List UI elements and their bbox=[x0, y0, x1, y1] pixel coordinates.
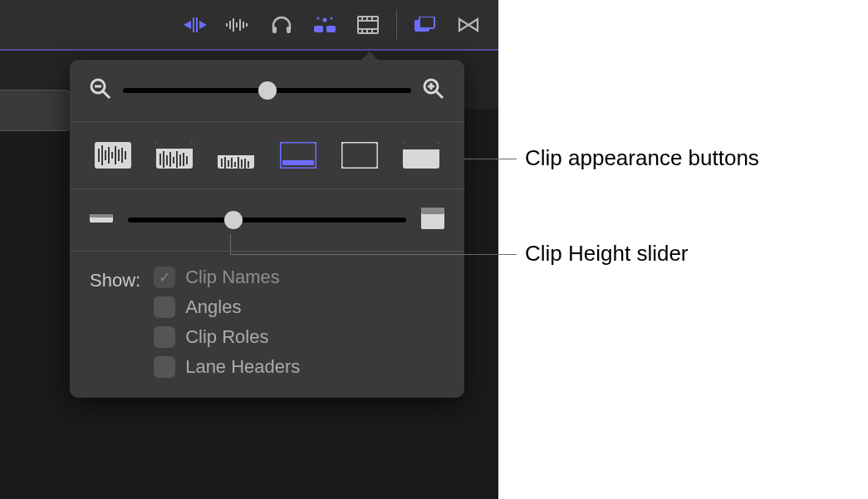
clip-height-small-icon bbox=[90, 211, 113, 229]
svg-rect-0 bbox=[193, 17, 194, 32]
show-angles-row: Angles bbox=[154, 296, 300, 318]
annotation-line-appearance bbox=[463, 159, 517, 159]
annotation-height-text: Clip Height slider bbox=[525, 241, 689, 267]
svg-rect-70 bbox=[341, 142, 378, 169]
svg-rect-50 bbox=[169, 152, 171, 167]
svg-rect-8 bbox=[246, 23, 248, 27]
svg-point-12 bbox=[317, 17, 320, 20]
bowtie-icon[interactable] bbox=[449, 8, 488, 42]
svg-rect-38 bbox=[108, 147, 110, 164]
svg-rect-58 bbox=[218, 142, 254, 155]
headphones-icon[interactable] bbox=[262, 8, 302, 42]
svg-rect-35 bbox=[98, 149, 100, 162]
annotation-leader-height bbox=[230, 234, 231, 254]
svg-rect-2 bbox=[226, 23, 228, 27]
svg-rect-10 bbox=[287, 27, 291, 33]
svg-rect-49 bbox=[166, 155, 168, 165]
show-clip-names-label: Clip Names bbox=[185, 267, 280, 288]
svg-rect-59 bbox=[221, 159, 223, 167]
svg-rect-1 bbox=[196, 17, 198, 32]
zoom-in-icon[interactable] bbox=[423, 78, 444, 103]
svg-rect-36 bbox=[101, 145, 103, 165]
svg-rect-53 bbox=[179, 154, 181, 166]
annotation-line-height bbox=[230, 254, 517, 255]
svg-rect-62 bbox=[231, 158, 233, 168]
clip-appearance-popover: Show: Clip Names Angles Clip Roles Lane … bbox=[70, 60, 464, 398]
zoom-slider[interactable] bbox=[123, 82, 411, 99]
show-angles-label: Angles bbox=[185, 296, 241, 318]
svg-rect-41 bbox=[118, 149, 120, 161]
svg-rect-4 bbox=[233, 18, 234, 32]
svg-rect-7 bbox=[243, 22, 244, 28]
svg-line-33 bbox=[436, 91, 443, 98]
svg-rect-63 bbox=[234, 162, 236, 167]
svg-rect-61 bbox=[228, 160, 229, 167]
svg-rect-65 bbox=[241, 159, 243, 168]
show-clip-names-row: Clip Names bbox=[154, 267, 300, 288]
svg-rect-5 bbox=[236, 22, 238, 27]
appearance-waveform-small[interactable] bbox=[213, 140, 259, 170]
svg-rect-73 bbox=[403, 146, 439, 149]
clip-height-slider[interactable] bbox=[128, 212, 406, 228]
svg-rect-43 bbox=[125, 151, 126, 159]
show-clip-names-checkbox[interactable] bbox=[154, 267, 175, 288]
svg-point-11 bbox=[323, 18, 327, 22]
svg-line-29 bbox=[103, 91, 110, 98]
show-clip-roles-label: Clip Roles bbox=[185, 326, 268, 348]
appearance-waveform-large[interactable] bbox=[151, 140, 198, 170]
svg-rect-52 bbox=[176, 151, 178, 168]
appearance-bar-waveform[interactable] bbox=[275, 140, 321, 170]
svg-rect-46 bbox=[156, 146, 193, 149]
svg-rect-51 bbox=[173, 157, 174, 164]
clip-height-section bbox=[70, 189, 464, 252]
show-clip-roles-row: Clip Roles bbox=[154, 326, 300, 348]
appearance-filmstrip-waveform[interactable] bbox=[336, 140, 383, 170]
svg-rect-40 bbox=[115, 146, 116, 164]
svg-rect-48 bbox=[163, 151, 164, 168]
popover-arrow bbox=[360, 51, 380, 61]
svg-rect-39 bbox=[111, 152, 113, 159]
svg-rect-42 bbox=[121, 148, 123, 163]
appearance-waveform-only[interactable] bbox=[90, 140, 136, 170]
show-angles-checkbox[interactable] bbox=[154, 296, 175, 318]
svg-point-13 bbox=[331, 17, 333, 20]
top-toolbar bbox=[0, 0, 498, 50]
zoom-out-icon[interactable] bbox=[90, 78, 111, 103]
svg-rect-55 bbox=[186, 156, 188, 164]
trim-icon[interactable] bbox=[175, 8, 215, 42]
svg-rect-60 bbox=[224, 157, 226, 169]
clip-height-large-icon bbox=[421, 208, 444, 232]
appearance-icon[interactable] bbox=[305, 8, 345, 42]
svg-rect-66 bbox=[244, 159, 246, 169]
windows-icon[interactable] bbox=[405, 8, 445, 42]
show-section: Show: Clip Names Angles Clip Roles Lane … bbox=[70, 252, 464, 398]
svg-rect-67 bbox=[248, 161, 249, 168]
zoom-section bbox=[70, 60, 464, 122]
svg-rect-64 bbox=[238, 157, 239, 169]
show-clip-roles-checkbox[interactable] bbox=[154, 326, 175, 348]
appearance-section bbox=[70, 122, 464, 189]
svg-rect-15 bbox=[326, 26, 336, 32]
annotation-appearance-text: Clip appearance buttons bbox=[525, 145, 759, 171]
show-lane-headers-label: Lane Headers bbox=[185, 356, 300, 378]
svg-rect-77 bbox=[421, 208, 444, 214]
audio-waveform-icon[interactable] bbox=[218, 8, 258, 42]
toolbar-separator bbox=[396, 10, 397, 40]
svg-rect-26 bbox=[419, 17, 434, 28]
show-lane-headers-row: Lane Headers bbox=[154, 356, 300, 378]
appearance-filmstrip-only[interactable] bbox=[398, 140, 444, 170]
svg-rect-69 bbox=[282, 160, 314, 165]
svg-rect-3 bbox=[229, 21, 231, 29]
svg-rect-14 bbox=[314, 26, 323, 32]
show-label: Show: bbox=[90, 267, 140, 378]
show-lane-headers-checkbox[interactable] bbox=[154, 356, 175, 378]
svg-rect-54 bbox=[183, 153, 184, 166]
timeline-index-tab[interactable] bbox=[0, 90, 71, 131]
filmstrip-icon[interactable] bbox=[348, 8, 388, 42]
svg-rect-6 bbox=[239, 19, 241, 31]
svg-rect-47 bbox=[159, 154, 161, 165]
svg-rect-75 bbox=[90, 214, 113, 218]
svg-rect-9 bbox=[272, 27, 277, 33]
svg-rect-37 bbox=[105, 150, 106, 160]
